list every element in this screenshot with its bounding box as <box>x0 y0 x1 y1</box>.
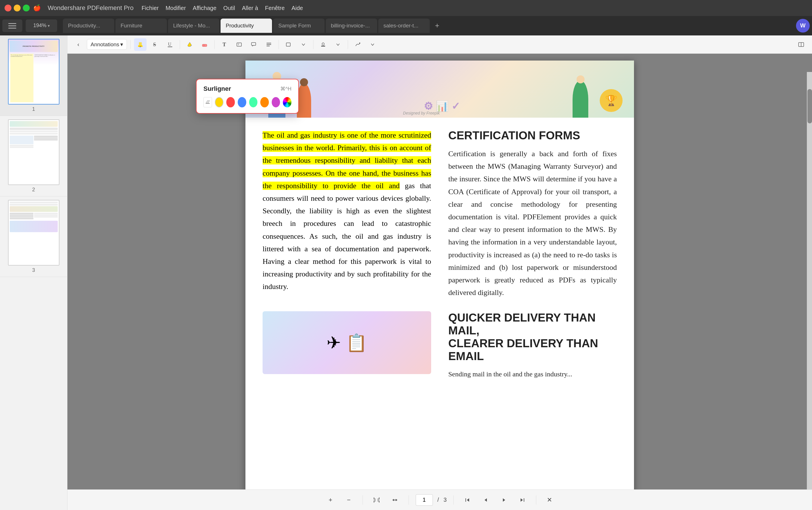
underline-button[interactable]: U <box>164 38 176 51</box>
window-controls-btn[interactable] <box>2 20 22 32</box>
page-number-2: 2 <box>32 187 35 193</box>
fill-color-button[interactable] <box>183 38 196 51</box>
tab-productivity-1[interactable]: Productivity... <box>63 19 114 33</box>
zoom-out-button[interactable]: − <box>342 493 356 507</box>
page-number-3: 3 <box>32 267 35 273</box>
header-illustration: ⚙ 📊 ✓ 🏆 <box>245 61 634 118</box>
tab-bar: 194% ▾ Productivity... Furniture Lifesty… <box>0 16 812 35</box>
separator-3 <box>214 40 214 49</box>
separator-2 <box>180 40 180 49</box>
freepik-credit: Designed by Freepik <box>403 111 440 115</box>
tab-productivity-active[interactable]: Productivity <box>221 19 272 33</box>
close-button[interactable] <box>5 5 11 11</box>
thumbnail-page-3[interactable]: 3 <box>0 197 67 277</box>
split-view-button[interactable] <box>795 38 807 51</box>
shape-dropdown-button[interactable] <box>297 38 310 51</box>
align-button[interactable] <box>263 38 275 51</box>
certification-section-body: Certification is generally a back and fo… <box>448 148 617 299</box>
close-navigation-button[interactable]: ✕ <box>543 494 556 506</box>
svg-point-19 <box>322 43 324 45</box>
text-tool-button[interactable]: T <box>218 38 231 51</box>
tab-sales-order[interactable]: sales-order-t... <box>378 19 430 33</box>
svg-rect-9 <box>202 44 207 47</box>
thumbnail-image-1: PROMOTE PRODUCTIVITY The oil and gas ind… <box>8 39 59 104</box>
annotation-toolbar: ‹ Annotations ▾ S U T <box>67 35 812 54</box>
zoom-value: 194% <box>33 23 46 29</box>
stamp-dropdown-button[interactable] <box>332 38 344 51</box>
thumbnail-page-1[interactable]: PROMOTE PRODUCTIVITY The oil and gas ind… <box>0 35 67 116</box>
color-green[interactable] <box>249 97 258 108</box>
highlighted-text-block: The oil and gas industry is one of the m… <box>263 131 431 190</box>
svg-rect-5 <box>139 46 141 47</box>
svg-rect-2 <box>8 28 16 29</box>
thumbnail-image-2 <box>8 119 59 185</box>
minimize-button[interactable] <box>14 5 21 11</box>
menu-fenetre[interactable]: Fenêtre <box>265 5 285 11</box>
menu-aller-a[interactable]: Aller à <box>242 5 258 11</box>
go-to-previous-page-button[interactable] <box>479 493 493 507</box>
zoom-in-button[interactable]: + <box>324 493 338 507</box>
thumbnail-page-2[interactable]: 2 <box>0 116 67 197</box>
annotations-dropdown[interactable]: Annotations ▾ <box>87 39 127 50</box>
certification-section-title: CERTIFICATION FORMS <box>448 129 617 142</box>
shape-button[interactable] <box>282 38 295 51</box>
document-scroll-area[interactable]: ⚙ 📊 ✓ 🏆 Designed by Freepik The oil a <box>67 54 812 489</box>
menu-aide[interactable]: Aide <box>291 5 303 11</box>
fit-width-button[interactable] <box>388 493 402 507</box>
callout-button[interactable] <box>248 38 260 51</box>
draw-dropdown-button[interactable] <box>366 38 379 51</box>
stamp-button[interactable] <box>317 38 329 51</box>
go-to-first-page-button[interactable] <box>461 493 474 507</box>
tab-billing-invoice[interactable]: billing-invoice-... <box>326 19 377 33</box>
go-to-next-page-button[interactable] <box>497 493 511 507</box>
right-column: CERTIFICATION FORMS Certification is gen… <box>448 129 617 300</box>
titlebar: 🍎 Wondershare PDFelement Pro Fichier Mod… <box>0 0 812 16</box>
svg-rect-18 <box>286 43 290 46</box>
highlight-button[interactable] <box>134 38 147 51</box>
draw-button[interactable] <box>351 38 364 51</box>
tab-lifestyle[interactable]: Lifestyle - Mo... <box>168 19 220 33</box>
eraser-tool-button[interactable] <box>203 97 212 108</box>
bottom-section-body: Sending mail in the oil and the gas indu… <box>448 368 617 380</box>
color-rainbow[interactable] <box>283 97 291 108</box>
maximize-button[interactable] <box>23 5 30 11</box>
page-number-input[interactable] <box>416 494 433 506</box>
svg-rect-4 <box>139 42 142 46</box>
color-yellow[interactable] <box>215 97 224 108</box>
color-orange[interactable] <box>260 97 269 108</box>
color-purple[interactable] <box>272 97 280 108</box>
color-blue[interactable] <box>238 97 246 108</box>
tab-label: Productivity... <box>68 23 100 29</box>
strikethrough-button[interactable]: S <box>149 38 162 51</box>
tab-sample-form[interactable]: Sample Form <box>273 19 325 33</box>
tab-label: Furniture <box>121 23 142 29</box>
tab-label: billing-invoice-... <box>331 23 370 29</box>
menu-modifier[interactable]: Modifier <box>166 5 186 11</box>
traffic-lights <box>5 5 30 11</box>
fit-page-button[interactable] <box>370 493 383 507</box>
tab-furniture[interactable]: Furniture <box>115 19 167 33</box>
page-header-image: ⚙ 📊 ✓ 🏆 Designed by Freepik <box>245 61 634 118</box>
add-tab-button[interactable]: + <box>431 20 443 32</box>
popover-title: Surligner <box>203 85 231 92</box>
page-body: The oil and gas industry is one of the m… <box>245 118 634 311</box>
zoom-control[interactable]: 194% ▾ <box>26 20 57 32</box>
vertical-scrollbar[interactable] <box>807 72 812 489</box>
color-red[interactable] <box>226 97 235 108</box>
erase-button[interactable] <box>198 38 211 51</box>
go-to-last-page-button[interactable] <box>516 493 529 507</box>
dropdown-chevron-icon: ▾ <box>120 41 123 48</box>
annotations-label: Annotations <box>91 41 119 48</box>
nav-back-button[interactable]: ‹ <box>72 38 85 51</box>
svg-text:S: S <box>153 42 156 48</box>
scrollbar-thumb[interactable] <box>807 89 812 123</box>
text-box-button[interactable]: T <box>233 38 245 51</box>
menu-fichier[interactable]: Fichier <box>141 5 158 11</box>
bottom-section-title: QUICKER DELIVERY THAN MAIL, CLEARER DELI… <box>448 311 617 363</box>
menu-affichage[interactable]: Affichage <box>193 5 216 11</box>
menu-outil[interactable]: Outil <box>224 5 235 11</box>
svg-text:U: U <box>168 42 171 47</box>
svg-rect-20 <box>321 46 325 47</box>
page-number-1: 1 <box>32 106 35 112</box>
popover-shortcut: ⌘^H <box>280 86 291 92</box>
